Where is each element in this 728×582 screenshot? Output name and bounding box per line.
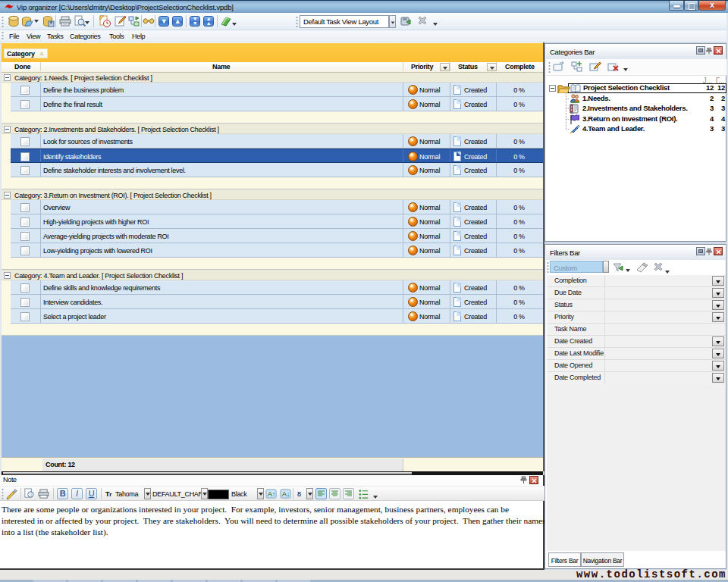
- svg-text:A↑: A↑: [268, 490, 275, 498]
- svg-text:A↓: A↓: [282, 490, 290, 498]
